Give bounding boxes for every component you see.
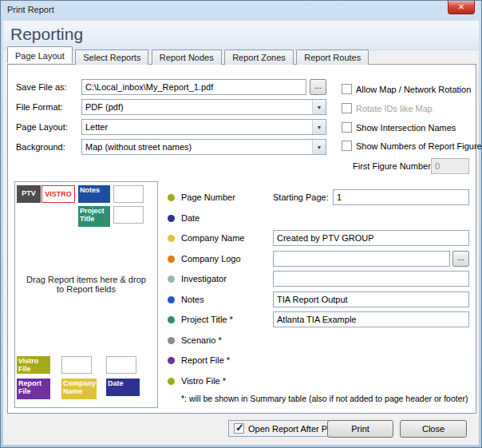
- field-label: Page Number: [181, 192, 273, 202]
- project-title-input[interactable]: [273, 311, 469, 327]
- checkbox-icon: [342, 122, 352, 133]
- checkbox-icon: [234, 423, 244, 434]
- bullet-icon: [168, 316, 175, 323]
- window-title: Print Report: [7, 5, 54, 14]
- checkbox-icon: [342, 84, 352, 94]
- file-format-label: File Format:: [16, 102, 63, 112]
- dialog-footer: Open Report After Print Print Close: [3, 414, 479, 446]
- bullet-icon: [168, 378, 175, 385]
- tab-page-layout[interactable]: Page Layout: [7, 46, 73, 63]
- checkbox-icon: [342, 141, 352, 151]
- chevron-down-icon: ▼: [312, 120, 326, 134]
- tab-strip: Page Layout Select Reports Report Nodes …: [7, 48, 368, 65]
- bullet-icon: [168, 276, 175, 283]
- bullet-icon: [168, 337, 175, 344]
- chevron-down-icon: ▼: [312, 140, 326, 154]
- drag-hint-text: Drag Report items here & drop to Report …: [22, 275, 151, 294]
- print-report-dialog: Print Report ✕ Reporting Page Layout Sel…: [0, 0, 482, 448]
- report-figures-checkbox[interactable]: Show Numbers of Report Figures: [342, 141, 482, 151]
- title-bar[interactable]: Print Report ✕: [1, 1, 481, 21]
- page-layout-label: Page Layout:: [16, 122, 68, 132]
- page-layout-tab-panel: Save File as: ... File Format: PDF (pdf)…: [7, 64, 476, 414]
- allow-rotation-label: Allow Map / Network Rotation: [356, 85, 471, 94]
- field-label: Project Title *: [181, 315, 273, 324]
- rotate-ids-checkbox: Rotate IDs like Map: [342, 103, 433, 113]
- file-format-select[interactable]: PDF (pdf) ▼: [81, 99, 326, 115]
- header-slot-empty[interactable]: [113, 185, 144, 203]
- rotate-ids-label: Rotate IDs like Map: [356, 104, 433, 113]
- field-label: Investigator: [181, 274, 273, 283]
- dialog-content: Reporting Page Layout Select Reports Rep…: [3, 21, 479, 445]
- file-format-value: PDF (pdf): [82, 102, 312, 112]
- investigator-input[interactable]: [273, 271, 469, 287]
- field-row-investigator: Investigator: [168, 270, 469, 287]
- tab-report-zones[interactable]: Report Zones: [224, 50, 294, 65]
- field-label: Report File *: [181, 355, 273, 365]
- close-icon: ✕: [458, 2, 464, 11]
- field-label: Company Logo: [181, 254, 273, 264]
- field-row-page-number: Page Number Starting Page:: [168, 188, 469, 206]
- close-window-button[interactable]: ✕: [448, 1, 475, 14]
- page-layout-select[interactable]: Letter ▼: [81, 119, 326, 135]
- allow-rotation-checkbox[interactable]: Allow Map / Network Rotation: [342, 84, 471, 94]
- field-label: Notes: [181, 295, 273, 304]
- background-select[interactable]: Map (without street names) ▼: [81, 139, 326, 155]
- save-file-label: Save File as:: [16, 82, 67, 92]
- bullet-icon: [168, 256, 175, 263]
- drag-item-date[interactable]: Date: [106, 379, 140, 396]
- footer-slot-empty[interactable]: [61, 356, 92, 374]
- field-row-company-logo: Company Logo ...: [168, 250, 469, 268]
- tab-report-nodes[interactable]: Report Nodes: [152, 50, 222, 65]
- drag-item-ptv[interactable]: PTV: [17, 185, 41, 203]
- drag-item-vistro-file[interactable]: Vistro File: [17, 356, 50, 374]
- field-row-notes: Notes: [168, 291, 469, 308]
- drag-item-vistro[interactable]: VISTRO: [41, 185, 75, 203]
- background-label: Background:: [16, 142, 65, 152]
- page-layout-value: Letter: [82, 122, 312, 132]
- notes-input[interactable]: [273, 291, 469, 307]
- page-preview-panel: PTV VISTRO Notes Project Title Drag Repo…: [14, 181, 158, 408]
- field-label: Date: [181, 213, 273, 223]
- bullet-icon: [168, 357, 175, 364]
- tab-select-reports[interactable]: Select Reports: [75, 50, 148, 65]
- save-file-input[interactable]: [81, 79, 306, 95]
- bullet-icon: [168, 215, 175, 222]
- company-logo-input[interactable]: [273, 251, 450, 267]
- drag-item-notes[interactable]: Notes: [78, 185, 110, 203]
- field-row-project-title: Project Title *: [168, 311, 469, 328]
- close-button[interactable]: Close: [400, 420, 467, 438]
- first-figure-label: First Figure Number:: [353, 161, 433, 171]
- starting-page-input[interactable]: [333, 189, 469, 205]
- starting-page-label: Starting Page:: [273, 192, 333, 202]
- intersection-names-label: Show Intersection Names: [356, 123, 456, 133]
- company-logo-browse-button[interactable]: ...: [452, 251, 469, 267]
- checkbox-icon: [342, 103, 352, 113]
- print-button[interactable]: Print: [327, 420, 393, 438]
- drag-item-company-name[interactable]: Company Name: [61, 379, 97, 399]
- tab-report-routes[interactable]: Report Routes: [296, 50, 369, 65]
- first-figure-input: [431, 158, 469, 174]
- report-figures-label: Show Numbers of Report Figures: [356, 141, 482, 151]
- field-row-scenario: Scenario *: [168, 331, 469, 349]
- drag-item-project-title[interactable]: Project Title: [78, 206, 110, 227]
- chevron-down-icon: ▼: [312, 100, 326, 114]
- intersection-names-checkbox[interactable]: Show Intersection Names: [342, 122, 456, 133]
- summary-footnote: *: will be shown in Summary table (also …: [181, 394, 468, 403]
- reporting-header: Reporting: [3, 21, 479, 50]
- field-row-vistro-file: Vistro File *: [168, 372, 469, 390]
- open-after-print-label: Open Report After Print: [248, 424, 339, 434]
- field-row-company-name: Company Name: [168, 229, 469, 247]
- footer-slot-empty[interactable]: [106, 356, 136, 374]
- save-file-browse-button[interactable]: ...: [310, 79, 326, 95]
- drag-item-report-file[interactable]: Report File: [17, 379, 50, 399]
- field-row-date: Date: [168, 209, 469, 227]
- company-name-input[interactable]: [273, 230, 469, 246]
- page-title: Reporting: [10, 25, 83, 44]
- field-row-report-file: Report File *: [168, 351, 469, 369]
- header-slot-empty[interactable]: [113, 206, 144, 224]
- field-label: Vistro File *: [181, 376, 273, 386]
- bullet-icon: [168, 296, 175, 303]
- field-label: Scenario *: [181, 335, 273, 345]
- field-label: Company Name: [181, 233, 273, 243]
- background-value: Map (without street names): [82, 142, 312, 152]
